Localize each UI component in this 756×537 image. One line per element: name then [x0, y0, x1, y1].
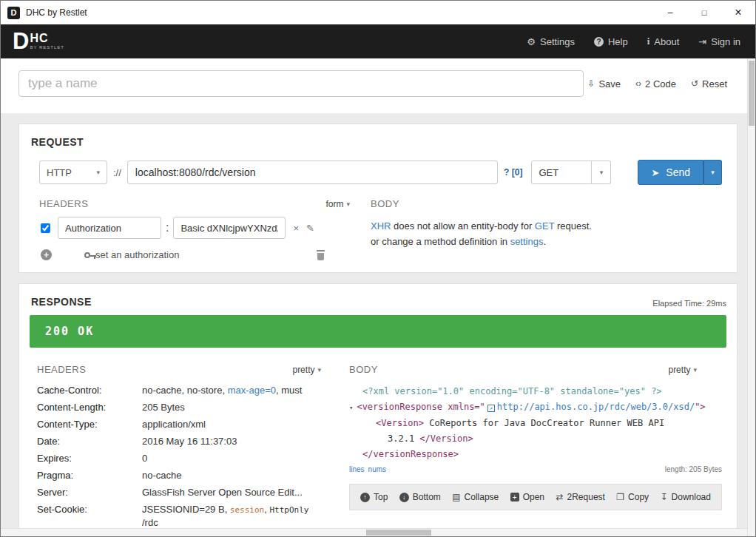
- help-icon: ?: [594, 37, 604, 47]
- request-title: REQUEST: [31, 136, 726, 148]
- header-value: 2016 May 16 11:37:03: [142, 435, 331, 448]
- response-headers-list: Cache-Control: no-cache, no-store, max-a…: [37, 384, 331, 529]
- table-row: Content-Type: application/xml: [37, 418, 331, 430]
- response-headers-label: HEADERS: [37, 364, 86, 375]
- request-headers-section: HEADERS form ▾ : × ✎: [39, 198, 350, 260]
- get-link[interactable]: GET: [535, 220, 555, 232]
- maximize-button[interactable]: □: [687, 1, 721, 24]
- trash-icon[interactable]: [317, 250, 325, 260]
- xmlns-url-link[interactable]: http://api.hos.co.jp/rdc/web/3.0/xsd/: [497, 402, 695, 412]
- collapse-button[interactable]: ▤ Collapse: [452, 492, 499, 502]
- reset-button[interactable]: ↺ Reset: [691, 78, 727, 90]
- xml-tag: <Version>: [376, 418, 424, 428]
- status-bar: 200 OK: [30, 315, 726, 348]
- xml-tag: ">: [695, 402, 705, 412]
- download-button[interactable]: ↧ Download: [661, 492, 711, 502]
- to-request-button[interactable]: ⇄ 2Request: [556, 492, 604, 502]
- settings-label: Settings: [540, 36, 575, 47]
- collapse-caret-icon[interactable]: ▾: [349, 404, 353, 411]
- add-header-button[interactable]: +: [41, 249, 52, 260]
- lines-toggle-link[interactable]: lines: [349, 465, 365, 473]
- request-line: HTTP ▾ :// ? [0] ▾ ➤: [39, 160, 722, 185]
- response-columns: HEADERS pretty ▾ Cache-Control: no-cache…: [37, 364, 722, 533]
- save-button[interactable]: ⇩ Save: [587, 78, 621, 90]
- open-button[interactable]: + Open: [510, 492, 544, 502]
- horizontal-scrollbar-thumb[interactable]: [366, 530, 431, 536]
- request-name-input[interactable]: [18, 70, 584, 97]
- response-head: RESPONSE Elapsed Time: 29ms: [30, 293, 726, 308]
- logo-d: D: [13, 30, 29, 53]
- header-value: no-cache, no-store, max-age=0, must: [142, 384, 331, 396]
- body-message: XHR does not allow an entity-body for GE…: [371, 218, 722, 249]
- response-headers-head: HEADERS pretty ▾: [37, 364, 331, 375]
- sign-in-button[interactable]: ⇥ Sign in: [698, 36, 740, 47]
- header-value-input[interactable]: [173, 217, 286, 239]
- download-label: Download: [672, 492, 711, 502]
- max-age-link[interactable]: max-age=0: [228, 385, 276, 396]
- close-button[interactable]: ×: [721, 1, 755, 24]
- response-headers-section: HEADERS pretty ▾ Cache-Control: no-cache…: [37, 364, 331, 533]
- header-name: Cache-Control:: [37, 384, 142, 396]
- vertical-scrollbar[interactable]: [747, 58, 755, 536]
- table-row: Date: 2016 May 16 11:37:03: [37, 435, 331, 448]
- settings-button[interactable]: ⚙ Settings: [527, 36, 575, 47]
- xml-prolog: <?xml version="1.0" encoding="UTF-8" sta…: [349, 384, 722, 399]
- about-button[interactable]: i About: [647, 36, 680, 47]
- body-message-text: request.: [554, 220, 592, 232]
- copy-button[interactable]: ❐ Copy: [616, 492, 649, 502]
- nums-toggle-link[interactable]: nums: [368, 465, 386, 473]
- header-name-input[interactable]: [58, 217, 161, 239]
- response-headers-view-mode-toggle[interactable]: pretty ▾: [292, 365, 321, 375]
- header-value-text: no-cache, no-store,: [142, 385, 228, 396]
- response-title: RESPONSE: [31, 296, 92, 308]
- url-input[interactable]: [127, 161, 498, 184]
- response-body-view-mode: pretty: [668, 365, 690, 375]
- header-enabled-checkbox[interactable]: [41, 223, 50, 233]
- edit-header-icon[interactable]: ✎: [306, 223, 314, 234]
- query-params-hint[interactable]: ? [0]: [504, 167, 522, 178]
- external-link-icon[interactable]: ↗: [487, 405, 495, 412]
- table-row: Content-Length: 205 Bytes: [37, 401, 331, 413]
- chevron-down-icon: ▾: [96, 169, 100, 176]
- xhr-link[interactable]: XHR: [371, 220, 391, 232]
- cookie-httponly-flag: HttpOnly: [269, 505, 308, 515]
- scheme-value: HTTP: [47, 167, 72, 178]
- response-body-head: BODY pretty ▾: [349, 364, 722, 375]
- header-value: GlassFish Server Open Source Edit...: [142, 486, 331, 499]
- help-button[interactable]: ? Help: [594, 36, 628, 47]
- body-message-text: or change a method definition in: [371, 236, 510, 247]
- scheme-select[interactable]: HTTP ▾: [39, 161, 107, 184]
- window-titlebar: D DHC by Restlet – □ ×: [1, 1, 755, 24]
- xml-text: CoReports for Java DocCreator Runner WEB…: [424, 418, 664, 428]
- set-authorization-link[interactable]: set an authorization: [84, 249, 179, 260]
- horizontal-scrollbar[interactable]: [1, 528, 747, 536]
- vertical-scrollbar-thumb[interactable]: [749, 61, 755, 126]
- send-button[interactable]: ➤ Send: [638, 160, 703, 185]
- code-footer-links: lines nums: [349, 465, 386, 473]
- headers-view-mode-toggle[interactable]: form ▾: [325, 199, 350, 209]
- header-actions-row: + set an authorization: [39, 249, 350, 260]
- logo-hc: HC: [30, 33, 64, 44]
- response-body-view-mode-toggle[interactable]: pretty ▾: [668, 365, 697, 375]
- top-button[interactable]: ↑ Top: [360, 492, 388, 502]
- code-button[interactable]: ‹› 2 Code: [635, 78, 676, 90]
- settings-link[interactable]: settings: [510, 236, 544, 247]
- method-combo: ▾: [531, 161, 611, 184]
- table-row: Server: GlassFish Server Open Source Edi…: [37, 486, 331, 499]
- response-body-xml: <?xml version="1.0" encoding="UTF-8" sta…: [349, 384, 722, 462]
- two-request-label: 2Request: [567, 492, 605, 502]
- code-icon: ‹›: [635, 78, 641, 89]
- bottom-button[interactable]: ↓ Bottom: [399, 492, 441, 502]
- response-headers-view-mode: pretty: [292, 365, 314, 375]
- header-name: Pragma:: [37, 469, 142, 482]
- header-separator: :: [166, 221, 169, 234]
- header-name: Date:: [37, 435, 142, 448]
- method-dropdown-button[interactable]: ▾: [592, 161, 611, 184]
- status-code: 200 OK: [45, 325, 94, 338]
- minimize-button[interactable]: –: [653, 1, 687, 24]
- copy-label: Copy: [628, 492, 649, 502]
- method-input[interactable]: [531, 161, 592, 184]
- app-window: D DHC by Restlet – □ × D HC BY RESTLET ⚙…: [0, 0, 756, 537]
- send-dropdown-button[interactable]: ▾: [703, 160, 722, 185]
- remove-header-icon[interactable]: ×: [293, 223, 299, 234]
